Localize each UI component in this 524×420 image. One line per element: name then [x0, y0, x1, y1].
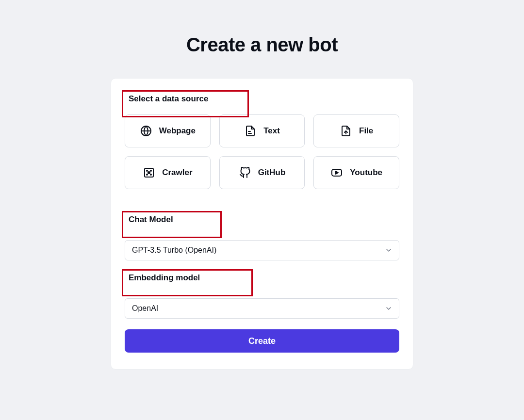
source-crawler-label: Crawler — [162, 168, 192, 178]
embedding-model-value: OpenAI — [132, 304, 158, 313]
label-chat-model: Chat Model — [125, 213, 177, 226]
source-youtube-label: Youtube — [350, 168, 382, 178]
source-webpage-label: Webpage — [159, 126, 196, 136]
github-icon — [239, 166, 251, 179]
page-container: Create a new bot Select a data source We… — [10, 10, 514, 420]
embedding-model-select-wrap: OpenAI — [125, 298, 399, 319]
embedding-model-field: Embedding model OpenAI — [125, 271, 399, 319]
globe-icon — [140, 125, 152, 137]
embedding-model-select[interactable]: OpenAI — [125, 298, 399, 319]
chat-model-field: Chat Model GPT-3.5 Turbo (OpenAI) — [125, 213, 399, 260]
source-text-label: Text — [263, 126, 280, 136]
divider — [125, 202, 399, 202]
chat-model-select-wrap: GPT-3.5 Turbo (OpenAI) — [125, 240, 399, 260]
highlight-chat-model: Chat Model — [125, 213, 177, 235]
source-file[interactable]: File — [313, 114, 399, 147]
svg-point-7 — [147, 170, 147, 171]
file-text-icon — [244, 125, 257, 137]
highlight-data-source: Select a data source — [125, 92, 212, 114]
svg-marker-12 — [336, 171, 338, 174]
highlight-embedding-model: Embedding model — [125, 271, 204, 293]
svg-point-8 — [150, 170, 151, 171]
create-button[interactable]: Create — [125, 329, 399, 353]
svg-point-10 — [150, 174, 151, 175]
create-bot-card: Select a data source Webpage — [111, 78, 413, 370]
source-youtube[interactable]: Youtube — [313, 156, 399, 189]
source-crawler[interactable]: Crawler — [125, 156, 211, 189]
source-github[interactable]: GitHub — [219, 156, 305, 189]
crawler-icon — [143, 166, 155, 179]
youtube-icon — [330, 166, 343, 179]
svg-point-6 — [148, 172, 150, 174]
page-title: Create a new bot — [29, 34, 495, 56]
file-upload-icon — [340, 125, 352, 137]
label-embedding-model: Embedding model — [125, 271, 204, 285]
source-github-label: GitHub — [258, 168, 286, 178]
source-webpage[interactable]: Webpage — [125, 114, 211, 147]
data-source-grid: Webpage Text — [125, 114, 399, 189]
source-file-label: File — [359, 126, 373, 136]
chat-model-value: GPT-3.5 Turbo (OpenAI) — [132, 246, 216, 255]
chat-model-select[interactable]: GPT-3.5 Turbo (OpenAI) — [125, 240, 399, 260]
label-data-source: Select a data source — [125, 92, 212, 106]
svg-point-9 — [147, 174, 147, 175]
source-text[interactable]: Text — [219, 114, 305, 147]
